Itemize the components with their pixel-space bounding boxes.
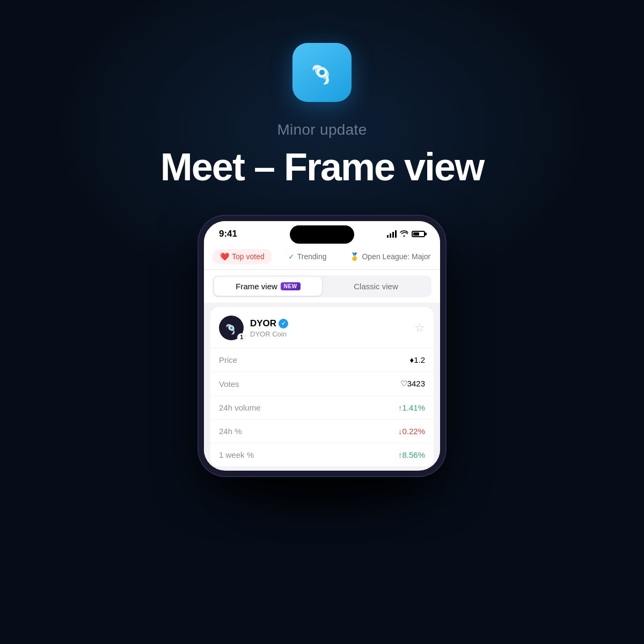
coin-card: 1 DYOR ✓ DYOR Coin ☆ bbox=[210, 307, 434, 466]
price-value: ♦1.2 bbox=[409, 355, 425, 364]
tab-top-voted[interactable]: ❤️ Top voted bbox=[213, 249, 272, 264]
votes-label: Votes bbox=[219, 379, 239, 389]
24h-volume-value: ↑1.41% bbox=[398, 403, 425, 412]
wifi-icon bbox=[400, 230, 408, 238]
stat-row-24h-volume: 24h volume ↑1.41% bbox=[210, 396, 434, 420]
status-icons bbox=[387, 230, 425, 238]
svg-point-1 bbox=[319, 70, 325, 75]
1week-label: 1 week % bbox=[219, 450, 254, 459]
tab-open-league[interactable]: 🥇 Open League: Major bbox=[342, 249, 438, 264]
price-label: Price bbox=[219, 355, 237, 364]
coin-header: 1 DYOR ✓ DYOR Coin ☆ bbox=[210, 307, 434, 348]
star-button[interactable]: ☆ bbox=[414, 321, 425, 335]
toggle-container: Frame view NEW Classic view bbox=[213, 275, 431, 297]
dynamic-island bbox=[290, 225, 354, 244]
phone-mockup: 9:41 bbox=[199, 216, 445, 476]
tab-trending[interactable]: ✓ Trending bbox=[281, 249, 334, 264]
stat-row-price: Price ♦1.2 bbox=[210, 348, 434, 372]
frame-view-option[interactable]: Frame view NEW bbox=[214, 277, 322, 296]
battery-icon bbox=[412, 231, 425, 237]
main-title: Meet – Frame view bbox=[160, 145, 484, 189]
coin-subtitle: DYOR Coin bbox=[250, 330, 414, 338]
coin-rank: 1 bbox=[237, 333, 246, 341]
open-league-label: Open League: Major bbox=[362, 252, 430, 261]
app-icon bbox=[292, 43, 352, 102]
frame-view-label: Frame view bbox=[236, 282, 277, 291]
signal-bars-icon bbox=[387, 230, 397, 238]
24h-percent-label: 24h % bbox=[219, 427, 242, 436]
coin-name: DYOR bbox=[250, 318, 276, 329]
1week-value: ↑8.56% bbox=[398, 450, 425, 459]
top-voted-emoji: ❤️ bbox=[220, 252, 229, 261]
24h-percent-value: ↓0.22% bbox=[398, 427, 425, 436]
svg-point-4 bbox=[230, 327, 233, 330]
status-bar: 9:41 bbox=[204, 221, 440, 244]
view-toggle-section: Frame view NEW Classic view bbox=[204, 270, 440, 303]
phone-body: ❤️ Top voted ✓ Trending 🥇 Open League: M… bbox=[204, 244, 440, 466]
stat-row-1week: 1 week % ↑8.56% bbox=[210, 443, 434, 466]
trending-check-icon: ✓ bbox=[288, 252, 295, 261]
24h-volume-label: 24h volume bbox=[219, 403, 261, 412]
votes-value: ♡3423 bbox=[400, 379, 425, 389]
trending-label: Trending bbox=[297, 252, 327, 261]
coin-info: DYOR ✓ DYOR Coin bbox=[250, 318, 414, 338]
stat-row-24h-percent: 24h % ↓0.22% bbox=[210, 420, 434, 443]
phone-frame: 9:41 bbox=[199, 216, 445, 476]
verified-badge-icon: ✓ bbox=[279, 319, 288, 328]
classic-view-label: Classic view bbox=[354, 282, 398, 291]
open-league-emoji: 🥇 bbox=[350, 252, 359, 261]
classic-view-option[interactable]: Classic view bbox=[322, 277, 430, 296]
category-tabs: ❤️ Top voted ✓ Trending 🥇 Open League: M… bbox=[204, 244, 440, 270]
new-badge: NEW bbox=[281, 282, 301, 290]
status-time: 9:41 bbox=[219, 229, 237, 239]
app-icon-section bbox=[292, 43, 352, 102]
stat-row-votes: Votes ♡3423 bbox=[210, 372, 434, 396]
top-voted-label: Top voted bbox=[232, 252, 265, 261]
coin-logo-wrapper: 1 bbox=[219, 316, 244, 340]
minor-update-label: Minor update bbox=[277, 121, 367, 138]
coin-stats: Price ♦1.2 Votes ♡3423 24h volume ↑1.41% bbox=[210, 348, 434, 466]
coin-name-row: DYOR ✓ bbox=[250, 318, 414, 329]
